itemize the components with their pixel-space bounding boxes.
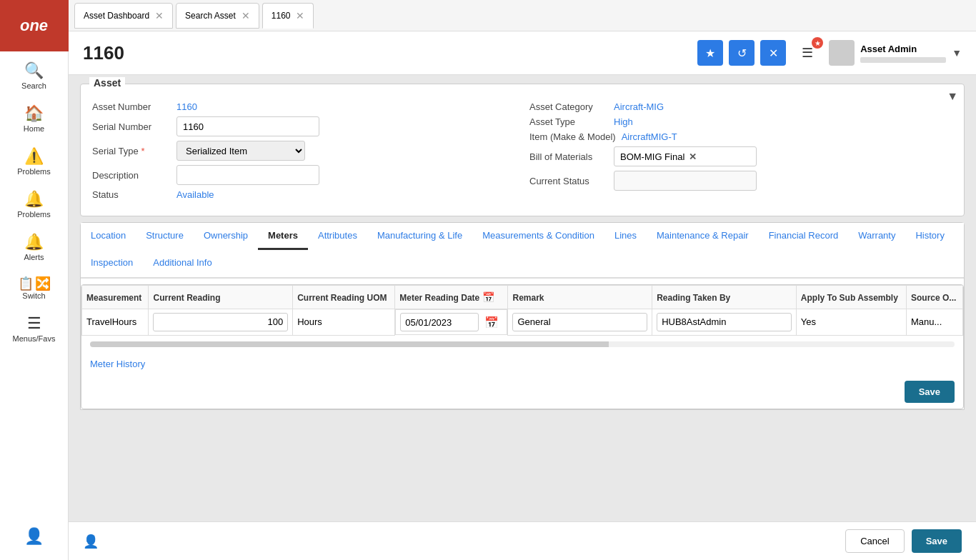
tab-structure[interactable]: Structure	[136, 223, 194, 250]
serial-number-input[interactable]	[176, 116, 319, 136]
warning-icon: ⚠️	[24, 147, 44, 166]
bom-remove-button[interactable]: ✕	[689, 151, 697, 162]
asset-right-col: Asset Category Aircraft-MIG Asset Type H…	[529, 101, 952, 204]
tab-attributes[interactable]: Attributes	[308, 223, 367, 250]
tab-financial[interactable]: Financial Record	[759, 223, 849, 250]
current-status-input[interactable]	[614, 171, 757, 191]
cell-current-reading	[149, 309, 293, 336]
tab-meters[interactable]: Meters	[258, 223, 308, 250]
sidebar-item-search[interactable]: 🔍 Search	[0, 54, 68, 97]
tab-search[interactable]: Search Asset ✕	[176, 3, 259, 29]
asset-left-col: Asset Number 1160 Serial Number Serial T…	[92, 101, 515, 204]
sidebar-item-alerts[interactable]: 🔔 Alerts	[0, 226, 68, 269]
user-settings-icon: 👤	[24, 527, 44, 546]
tab-maintenance[interactable]: Maintenance & Repair	[647, 223, 759, 250]
sidebar-item-problems[interactable]: ⚠️ Problems	[0, 140, 68, 183]
user-name: Asset Admin	[860, 44, 946, 54]
app-logo[interactable]: one	[0, 0, 69, 51]
search-icon: 🔍	[24, 61, 44, 80]
meter-history-link[interactable]: Meter History	[81, 353, 154, 375]
close-button[interactable]: ✕	[760, 40, 786, 66]
tab-location[interactable]: Location	[81, 223, 136, 250]
serial-type-select[interactable]: Serialized Item	[176, 141, 305, 161]
tab-1160-close[interactable]: ✕	[296, 10, 304, 21]
col-apply-sub-assembly: Apply To Sub Assembly	[796, 286, 906, 309]
page-header: 1160 ★ ↺ ✕ ☰ ★ Asset Admin ▼	[69, 31, 976, 75]
cell-uom: Hours	[293, 309, 395, 336]
calendar-header-icon[interactable]: 📅	[482, 291, 494, 303]
inner-save-button[interactable]: Save	[905, 381, 955, 403]
col-reading-taken: Reading Taken By	[652, 286, 797, 309]
user-dropdown[interactable]: Asset Admin	[860, 44, 946, 63]
tab-history[interactable]: History	[905, 223, 954, 250]
source-value: Manu...	[911, 316, 942, 327]
sidebar-item-switch[interactable]: 📋 🔀 Switch	[0, 269, 68, 307]
reading-taken-by-input[interactable]	[657, 313, 792, 331]
col-current-reading: Current Reading	[149, 286, 293, 309]
current-status-row: Current Status	[529, 171, 952, 191]
sidebar-item-search-label: Search	[21, 81, 46, 90]
tab-1160[interactable]: 1160 ✕	[262, 3, 314, 29]
col-date: Meter Reading Date 📅	[395, 286, 508, 309]
calendar-icon[interactable]: 📅	[484, 316, 499, 329]
sidebar-item-user[interactable]: 👤	[0, 520, 68, 554]
asset-form: Asset Number 1160 Serial Number Serial T…	[92, 101, 952, 204]
uom-value: Hours	[297, 316, 322, 327]
col-remark: Remark	[508, 286, 652, 309]
asset-category-label: Asset Category	[529, 101, 608, 112]
cancel-button[interactable]: Cancel	[845, 529, 904, 553]
horizontal-scrollbar[interactable]	[90, 341, 955, 347]
avatar	[829, 40, 855, 66]
remark-input[interactable]	[512, 313, 647, 331]
user-section: Asset Admin ▼	[829, 40, 962, 66]
tab-measurements[interactable]: Measurements & Condition	[472, 223, 604, 250]
item-model-row: Item (Make & Model) AircraftMIG-T	[529, 131, 952, 142]
item-model-label: Item (Make & Model)	[529, 131, 616, 142]
description-input[interactable]	[176, 165, 319, 185]
tab-inspection[interactable]: Inspection	[81, 250, 143, 277]
status-row: Status Available	[92, 189, 515, 200]
sidebar-item-home[interactable]: 🏠 Home	[0, 97, 68, 140]
asset-category-row: Asset Category Aircraft-MIG	[529, 101, 952, 112]
footer-user-icon: 👤	[83, 534, 99, 549]
sidebar-item-alerts-problems[interactable]: 🔔 Problems	[0, 183, 68, 226]
inner-save-row: Save	[81, 375, 963, 409]
current-reading-input[interactable]	[153, 313, 288, 331]
tab-1160-label: 1160	[272, 11, 291, 21]
tab-warranty[interactable]: Warranty	[848, 223, 905, 250]
description-label: Description	[92, 170, 171, 181]
table-row: TravelHours Hours 📅	[82, 309, 963, 336]
tab-search-close[interactable]: ✕	[241, 10, 250, 21]
tab-dashboard-close[interactable]: ✕	[155, 10, 164, 21]
tab-ownership[interactable]: Ownership	[194, 223, 258, 250]
save-button[interactable]: Save	[912, 529, 962, 553]
sidebar-item-switch-label: Switch	[22, 291, 45, 300]
tab-manufacturing[interactable]: Manufacturing & Life	[367, 223, 472, 250]
asset-card: Asset ▼ Asset Number 1160 Serial Number …	[80, 84, 965, 216]
serial-type-wrap: Serialized Item	[176, 141, 305, 161]
home-icon: 🏠	[24, 104, 44, 123]
dropdown-arrow-icon[interactable]: ▼	[952, 47, 962, 59]
serial-type-label: Serial Type	[92, 146, 171, 156]
switch-icon-right: 🔀	[35, 276, 51, 291]
user-sub	[860, 57, 946, 63]
sidebar-item-alerts-problems-label: Problems	[17, 210, 50, 219]
table-header-row: Measurement Current Reading Current Read…	[82, 286, 963, 309]
bom-row: Bill of Materials BOM-MIG Final ✕	[529, 146, 952, 166]
sidebar-item-home-label: Home	[24, 124, 44, 133]
sidebar: one 🔍 Search 🏠 Home ⚠️ Problems 🔔 Proble…	[0, 0, 69, 560]
current-status-label: Current Status	[529, 176, 608, 186]
meter-reading-date-input[interactable]	[400, 313, 479, 331]
tab-additional[interactable]: Additional Info	[143, 250, 221, 277]
sidebar-item-menus[interactable]: ☰ Menus/Favs	[0, 307, 68, 350]
tab-dashboard-label: Asset Dashboard	[84, 11, 149, 21]
status-value: Available	[176, 189, 214, 200]
asset-type-row: Asset Type High	[529, 116, 952, 127]
refresh-button[interactable]: ↺	[729, 40, 755, 66]
main-content: Asset Dashboard ✕ Search Asset ✕ 1160 ✕ …	[69, 0, 976, 560]
star-button[interactable]: ★	[697, 40, 723, 66]
collapse-button[interactable]: ▼	[947, 90, 958, 103]
bom-tag: BOM-MIG Final ✕	[614, 146, 757, 166]
tab-lines[interactable]: Lines	[604, 223, 647, 250]
tab-dashboard[interactable]: Asset Dashboard ✕	[74, 3, 173, 29]
